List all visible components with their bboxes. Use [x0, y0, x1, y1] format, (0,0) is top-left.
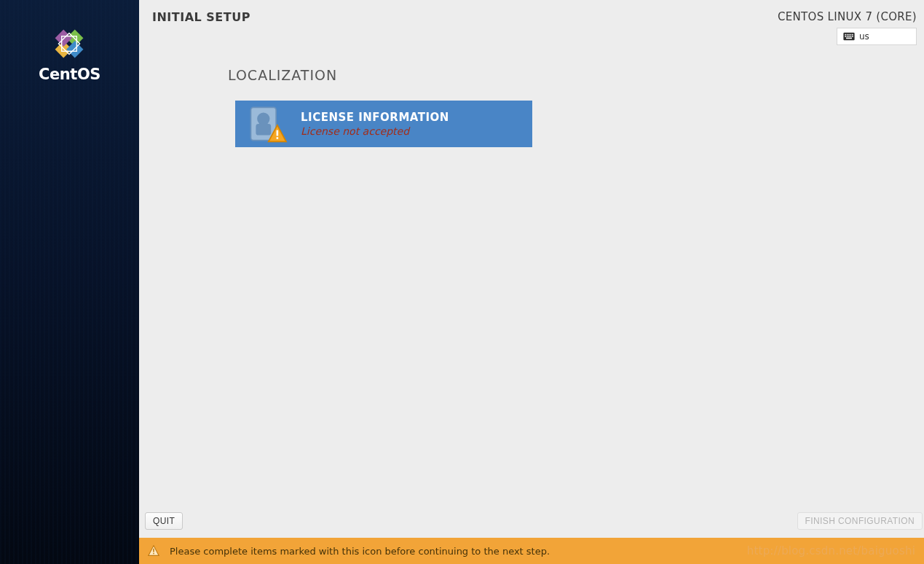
sidebar: CentOS — [0, 0, 139, 564]
screen: CentOS INITIAL SETUP CENTOS LINUX 7 (COR… — [0, 0, 924, 564]
distro-label: CENTOS LINUX 7 (CORE) — [778, 10, 917, 23]
keyboard-icon — [843, 32, 855, 41]
svg-point-19 — [257, 112, 269, 125]
svg-rect-3 — [67, 41, 84, 58]
svg-rect-13 — [847, 36, 848, 37]
svg-rect-17 — [846, 38, 852, 39]
svg-rect-11 — [852, 34, 853, 36]
license-icon — [247, 105, 288, 143]
svg-rect-22 — [277, 130, 279, 136]
page-title: INITIAL SETUP — [152, 10, 250, 24]
svg-rect-23 — [277, 137, 279, 139]
svg-rect-20 — [256, 124, 271, 136]
svg-rect-2 — [55, 30, 72, 47]
keyboard-layout-chip[interactable]: us — [837, 28, 917, 45]
keyboard-layout-text: us — [859, 31, 869, 42]
svg-rect-14 — [848, 36, 850, 37]
quit-button[interactable]: QUIT — [145, 512, 183, 530]
brand-block: CentOS — [39, 28, 100, 83]
warning-icon — [148, 545, 159, 557]
svg-rect-15 — [850, 36, 852, 37]
button-row: QUIT FINISH CONFIGURATION — [139, 504, 924, 538]
header: INITIAL SETUP CENTOS LINUX 7 (CORE) us — [139, 0, 924, 45]
license-text-block: LICENSE INFORMATION License not accepted — [301, 111, 449, 137]
svg-rect-10 — [850, 34, 852, 36]
header-right: CENTOS LINUX 7 (CORE) us — [778, 10, 917, 45]
finish-configuration-button[interactable]: FINISH CONFIGURATION — [797, 512, 923, 530]
license-status: License not accepted — [301, 125, 449, 137]
section-title-localization: LOCALIZATION — [228, 67, 924, 83]
content-area: LOCALIZATION LICENSE INFORMATION License… — [139, 45, 924, 504]
sidebar-decor — [0, 0, 139, 564]
brand-name: CentOS — [39, 66, 100, 83]
license-information-spoke[interactable]: LICENSE INFORMATION License not accepted — [235, 101, 532, 147]
svg-rect-9 — [848, 34, 850, 36]
svg-rect-16 — [852, 36, 853, 37]
svg-rect-12 — [845, 36, 846, 37]
license-title: LICENSE INFORMATION — [301, 111, 449, 124]
svg-rect-7 — [845, 34, 846, 36]
svg-rect-25 — [153, 549, 154, 552]
svg-rect-26 — [153, 553, 154, 555]
watermark-text: http://blog.csdn.net/baiguoshi — [747, 544, 915, 557]
main-area: INITIAL SETUP CENTOS LINUX 7 (CORE) us — [139, 0, 924, 564]
svg-rect-8 — [847, 34, 848, 36]
footer-message: Please complete items marked with this i… — [170, 546, 550, 557]
centos-logo-icon — [53, 28, 85, 60]
footer-bar: Please complete items marked with this i… — [139, 538, 924, 564]
